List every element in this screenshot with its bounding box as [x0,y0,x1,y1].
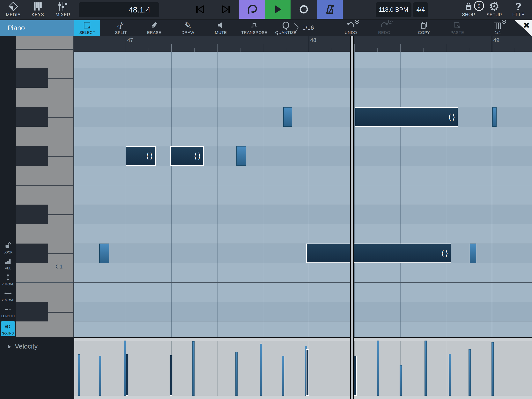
grid-row-Cs1 [74,244,532,263]
forward-button[interactable] [217,0,236,19]
song-position-display[interactable]: 48.1.4 [79,2,159,17]
mixer-label: MIXER [56,12,70,18]
tool-erase-button[interactable]: ERASE [140,19,169,36]
copy-label: COPY [418,30,430,35]
midi-note[interactable] [283,107,292,127]
media-button[interactable]: MEDIA [3,0,23,19]
velocity-bar[interactable] [469,349,471,396]
metronome-button[interactable] [317,0,343,19]
tool-mute-button[interactable]: MUTE [206,19,235,36]
black-key[interactable] [16,107,48,127]
ruler-halfbeat-tick [469,48,469,52]
paste-icon [453,21,462,30]
track-name-tab[interactable]: Piano [0,19,74,36]
velocity-bar[interactable] [424,341,427,396]
select-tool-icon [83,21,92,30]
rail-lock-button[interactable]: LOCK [0,243,16,254]
velocity-bar[interactable] [492,342,494,396]
skip-forward-icon [221,4,232,15]
xmove-label: X MOVE [1,298,14,302]
black-key[interactable] [16,302,48,322]
grid-row-C1 [74,263,532,283]
black-key[interactable] [16,68,48,88]
tool-quantize-button[interactable]: QQUANTIZE [271,19,300,36]
rewind-button[interactable] [190,0,209,19]
rail-sound-button[interactable]: SOUND [1,321,15,336]
midi-note-selected[interactable]: ⟨⟩ [306,244,451,263]
black-key[interactable] [16,205,48,224]
midi-note-selected[interactable]: ⟨⟩ [170,146,204,166]
edit-paste-button: PASTE [443,19,472,36]
ruler-halfbeat-tick [194,48,195,52]
quantize-label: QUANTIZE [275,30,297,35]
lock-icon [4,242,12,249]
time-signature-value: 4/4 [416,6,425,13]
edit-grid-button[interactable]: 1/4 [483,19,512,36]
beat-line [355,52,355,337]
velocity-bar[interactable] [399,365,402,396]
rail-length-button[interactable]: LENGTH [0,307,16,318]
time-signature-display[interactable]: 4/4 [413,2,428,17]
note-resize-handle[interactable]: ⟨⟩ [146,151,154,161]
velocity-bar[interactable] [192,341,195,396]
erase-label: ERASE [147,30,161,35]
velocity-bar-selected[interactable] [170,355,172,396]
mixer-button[interactable]: MIXER [53,0,73,19]
velocity-bar[interactable] [377,341,379,396]
note-resize-handle[interactable]: ⟨⟩ [441,249,449,258]
velocity-bar[interactable] [78,354,80,396]
velocity-bar[interactable] [449,354,451,396]
ruler-beat-tick [217,44,217,52]
note-resize-handle[interactable]: ⟨⟩ [194,151,202,161]
tempo-display[interactable]: 118.0 BPM [376,2,412,17]
record-button[interactable] [291,0,317,19]
cycle-button[interactable] [239,0,265,19]
midi-note[interactable] [492,107,497,127]
ruler-beat-tick [80,44,80,52]
quantize-value[interactable]: 1/16 [302,19,314,36]
velocity-bar[interactable] [235,352,238,396]
edit-undo-button[interactable]: UNDO [336,19,366,36]
timeline-ruler[interactable] [74,36,532,52]
help-button[interactable]: ? HELP [508,0,528,19]
grid-label: 1/4 [495,30,501,35]
note-resize-handle[interactable]: ⟨⟩ [448,112,456,122]
midi-note[interactable] [236,146,246,166]
black-key[interactable] [16,244,48,263]
velocity-bar-selected[interactable] [306,349,309,396]
tool-draw-button[interactable]: ✎DRAW [173,19,203,36]
midi-note[interactable] [470,244,476,263]
tool-split-button[interactable]: ✂SPLIT [106,19,136,36]
white-key-separator [48,117,73,118]
beat-line [80,52,80,337]
midi-note-selected[interactable]: ⟨⟩ [126,146,156,166]
midi-note[interactable] [99,244,109,263]
select-tool-button[interactable]: SELECT [74,19,100,36]
setup-button[interactable]: ⚙ SETUP [484,0,504,19]
edit-copy-button[interactable]: COPY [409,19,438,36]
split-icon: ✂ [117,21,125,30]
tool-transpose-button[interactable]: TRANSPOSE [240,19,269,36]
midi-note-selected[interactable]: ⟨⟩ [355,107,458,127]
velocity-bar[interactable] [282,356,284,396]
velocity-bar-selected[interactable] [354,356,357,396]
black-key[interactable] [16,146,48,166]
velocity-bar-selected[interactable] [126,354,128,396]
rail-ymove-button[interactable]: Y MOVE [0,275,16,286]
velocity-bar[interactable] [260,344,262,396]
rail-xmove-button[interactable]: X MOVE [0,291,16,302]
velocity-panel-header[interactable]: Velocity [0,337,74,399]
playhead[interactable] [350,36,354,399]
record-icon [298,4,309,15]
play-button[interactable] [265,0,291,19]
select-tool-label: SELECT [79,30,95,35]
grid-row-Ds1 [74,205,532,224]
keys-button[interactable]: KEYS [28,0,48,19]
lock-label: LOCK [4,251,13,254]
rail-vel-button[interactable]: VEL [0,259,16,270]
ymove-label: Y MOVE [1,283,14,286]
close-editor-button[interactable]: ✖ [514,19,532,36]
ruler-halfbeat-tick [377,48,378,52]
velocity-bar[interactable] [99,356,101,396]
ruler-beat-tick [400,44,400,52]
